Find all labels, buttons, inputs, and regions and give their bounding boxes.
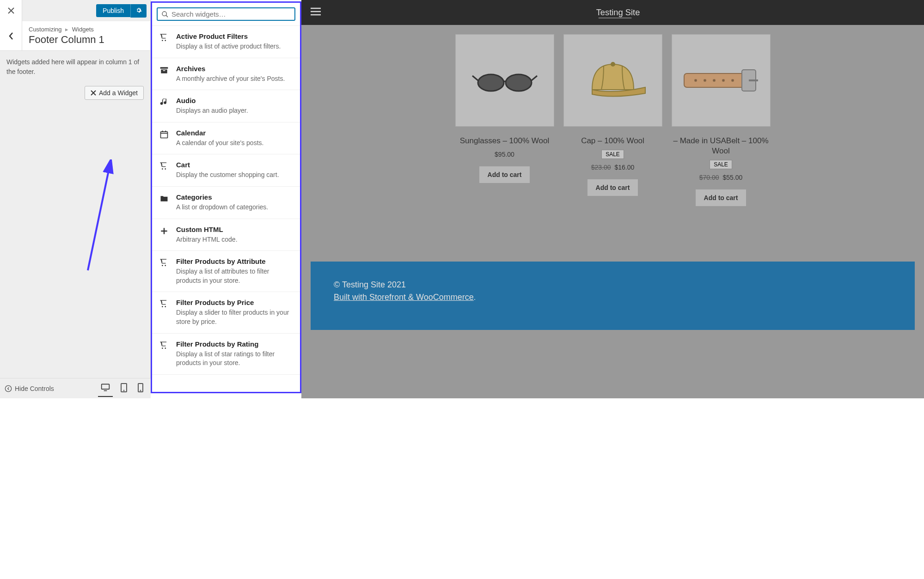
preview-pane: Testing Site Sunglasses – 100% Wool $95.… bbox=[301, 0, 924, 398]
folder-icon bbox=[159, 193, 170, 212]
tablet-preview-button[interactable] bbox=[117, 380, 130, 397]
svg-rect-23 bbox=[684, 73, 749, 87]
calendar-icon bbox=[159, 129, 170, 148]
widget-description: Displays an audio player. bbox=[176, 106, 294, 116]
chevron-left-icon bbox=[8, 32, 14, 40]
widget-description: Arbitrary HTML code. bbox=[176, 235, 294, 244]
close-button[interactable] bbox=[0, 0, 22, 21]
customizer-panel: Publish Customizing ▸ Widgets Footer Col… bbox=[0, 0, 151, 398]
svg-rect-3 bbox=[160, 67, 168, 68]
widget-item[interactable]: Filter Products by Price Display a slide… bbox=[152, 292, 300, 333]
svg-point-28 bbox=[713, 79, 715, 81]
publish-settings-button[interactable] bbox=[130, 4, 147, 18]
add-widget-label: Add a Widget bbox=[99, 89, 138, 97]
mobile-preview-button[interactable] bbox=[135, 380, 146, 397]
widget-list[interactable]: Active Product Filters Display a list of… bbox=[152, 25, 300, 392]
add-widget-button[interactable]: Add a Widget bbox=[85, 86, 144, 100]
svg-line-21 bbox=[532, 76, 537, 80]
footer-built-link[interactable]: Built with Storefront & WooCommerce bbox=[334, 293, 474, 302]
product-title: Sunglasses – 100% Wool bbox=[460, 136, 549, 146]
menu-button[interactable] bbox=[311, 6, 321, 18]
widget-item[interactable]: Filter Products by Attribute Display a l… bbox=[152, 251, 300, 292]
product-image bbox=[455, 34, 554, 127]
widget-item[interactable]: Audio Displays an audio player. bbox=[152, 90, 300, 122]
hide-controls-button[interactable]: Hide Controls bbox=[5, 385, 54, 392]
svg-point-1 bbox=[162, 12, 166, 16]
footer-period: . bbox=[474, 293, 476, 301]
svg-point-30 bbox=[732, 79, 734, 81]
widget-item[interactable]: Active Product Filters Display a list of… bbox=[152, 26, 300, 58]
gear-icon bbox=[135, 7, 142, 13]
desktop-preview-button[interactable] bbox=[98, 380, 113, 397]
cart-icon bbox=[159, 257, 170, 285]
back-button[interactable] bbox=[0, 21, 22, 50]
product-image bbox=[672, 34, 771, 127]
svg-text:Testing Site: Testing Site bbox=[596, 7, 640, 17]
desktop-icon bbox=[101, 383, 110, 391]
svg-point-27 bbox=[704, 79, 706, 81]
widget-description: Display a list of attributes to filter p… bbox=[176, 267, 294, 285]
section-title: Footer Column 1 bbox=[29, 34, 104, 46]
widget-chooser: Active Product Filters Display a list of… bbox=[151, 1, 301, 393]
price: $95.00 bbox=[495, 151, 514, 158]
old-price: $23.00 bbox=[591, 164, 611, 171]
svg-point-18 bbox=[506, 74, 532, 91]
search-box[interactable] bbox=[157, 7, 295, 21]
widget-description: Display a list of active product filters… bbox=[176, 42, 294, 51]
svg-point-35 bbox=[124, 390, 124, 390]
product-card[interactable]: Cap – 100% Wool SALE $23.00$16.00 Add to… bbox=[563, 34, 662, 206]
bottom-bar: Hide Controls bbox=[0, 378, 151, 398]
widget-name: Active Product Filters bbox=[176, 32, 294, 40]
search-input[interactable] bbox=[171, 10, 291, 18]
cart-icon bbox=[159, 32, 170, 51]
site-title[interactable]: Testing Site bbox=[321, 0, 915, 25]
breadcrumb: Customizing ▸ Widgets bbox=[29, 26, 104, 33]
widget-item[interactable]: Cart Display the customer shopping cart. bbox=[152, 154, 300, 187]
publish-button[interactable]: Publish bbox=[96, 4, 130, 17]
sale-badge: SALE bbox=[601, 150, 624, 159]
widget-item[interactable]: Categories A list or dropdown of categor… bbox=[152, 187, 300, 219]
svg-line-2 bbox=[166, 15, 168, 17]
customizer-header: Publish bbox=[0, 0, 150, 21]
plus-icon bbox=[159, 226, 170, 244]
widget-description: Display a slider to filter products in y… bbox=[176, 308, 294, 326]
breadcrumb-child: Widgets bbox=[72, 26, 94, 33]
widget-name: Archives bbox=[176, 65, 294, 73]
add-to-cart-button[interactable]: Add to cart bbox=[696, 189, 747, 206]
add-to-cart-button[interactable]: Add to cart bbox=[587, 179, 638, 196]
svg-rect-6 bbox=[161, 132, 168, 138]
widget-item[interactable]: Filter Products by Rating Display a list… bbox=[152, 334, 300, 375]
breadcrumb-parent: Customizing bbox=[29, 26, 62, 33]
tablet-icon bbox=[120, 383, 128, 392]
chevron-left-circle-icon bbox=[5, 385, 12, 392]
search-icon bbox=[161, 11, 169, 18]
cart-icon bbox=[159, 340, 170, 368]
svg-rect-32 bbox=[102, 384, 110, 389]
annotation-arrow bbox=[79, 159, 116, 275]
product-image bbox=[563, 34, 662, 127]
sale-badge: SALE bbox=[710, 160, 732, 169]
preview-footer: © Testing Site 2021 Built with Storefron… bbox=[311, 262, 915, 330]
svg-point-29 bbox=[722, 79, 724, 81]
close-icon bbox=[8, 7, 14, 14]
product-card[interactable]: Sunglasses – 100% Wool $95.00 Add to car… bbox=[455, 34, 554, 206]
widget-description: Display a list of star ratings to filter… bbox=[176, 350, 294, 368]
breadcrumb-separator: ▸ bbox=[65, 26, 68, 33]
products-row: Sunglasses – 100% Wool $95.00 Add to car… bbox=[311, 30, 915, 206]
widget-item[interactable]: Custom HTML Arbitrary HTML code. bbox=[152, 219, 300, 251]
widget-item[interactable]: Archives A monthly archive of your site'… bbox=[152, 58, 300, 91]
svg-line-0 bbox=[88, 164, 110, 270]
add-to-cart-button[interactable]: Add to cart bbox=[479, 166, 530, 183]
old-price: $70.00 bbox=[699, 174, 719, 181]
price: $16.00 bbox=[615, 164, 635, 171]
widget-name: Categories bbox=[176, 193, 294, 201]
svg-rect-4 bbox=[161, 69, 167, 73]
product-card[interactable]: – Made in USABelt – 100% Wool SALE $70.0… bbox=[672, 34, 771, 206]
widget-name: Filter Products by Rating bbox=[176, 340, 294, 348]
cart-icon bbox=[159, 299, 170, 326]
section-description: Widgets added here will appear in column… bbox=[6, 57, 144, 77]
widget-item[interactable]: Calendar A calendar of your site's posts… bbox=[152, 122, 300, 155]
svg-point-37 bbox=[141, 390, 141, 390]
widget-description: A monthly archive of your site's Posts. bbox=[176, 74, 294, 84]
widget-description: A calendar of your site's posts. bbox=[176, 139, 294, 148]
